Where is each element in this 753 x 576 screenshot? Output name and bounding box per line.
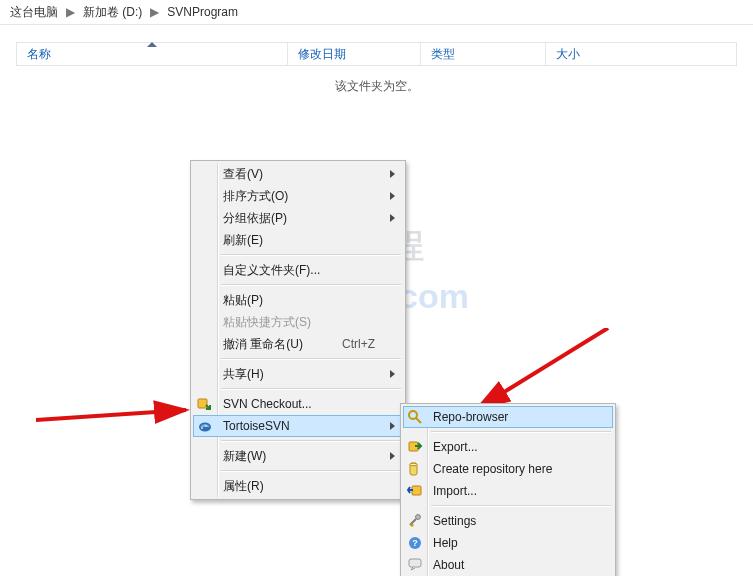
breadcrumb-item-drive[interactable]: 新加卷 (D:) — [77, 4, 148, 21]
svg-line-1 — [478, 328, 608, 408]
column-header-label: 大小 — [556, 46, 580, 63]
submenu-item-about[interactable]: About — [403, 554, 613, 576]
svg-rect-2 — [198, 399, 207, 408]
svg-point-5 — [205, 425, 207, 427]
chevron-right-icon — [390, 422, 395, 430]
menu-label: TortoiseSVN — [223, 419, 290, 433]
column-header-label: 类型 — [431, 46, 455, 63]
menu-label: 自定义文件夹(F)... — [223, 262, 320, 279]
menu-label: 新建(W) — [223, 448, 266, 465]
menu-item-refresh[interactable]: 刷新(E) — [193, 229, 403, 251]
svg-rect-11 — [412, 486, 421, 495]
submenu-item-repo-browser[interactable]: Repo-browser — [403, 406, 613, 428]
menu-label: About — [433, 558, 464, 572]
menu-label: 撤消 重命名(U) — [223, 336, 303, 353]
menu-label: 查看(V) — [223, 166, 263, 183]
create-repo-icon — [407, 461, 423, 477]
chevron-right-icon: ▶ — [64, 5, 77, 19]
breadcrumb-item-pc[interactable]: 这台电脑 — [4, 4, 64, 21]
menu-item-undo[interactable]: 撤消 重命名(U)Ctrl+Z — [193, 333, 403, 355]
submenu-item-import[interactable]: Import... — [403, 480, 613, 502]
chevron-right-icon — [390, 370, 395, 378]
submenu-item-help[interactable]: ? Help — [403, 532, 613, 554]
submenu-item-export[interactable]: Export... — [403, 436, 613, 458]
menu-item-paste[interactable]: 粘贴(P) — [193, 289, 403, 311]
column-header-label: 修改日期 — [298, 46, 346, 63]
help-icon: ? — [407, 535, 423, 551]
empty-folder-message: 该文件夹为空。 — [0, 78, 753, 95]
menu-label: Create repository here — [433, 462, 552, 476]
column-header-size[interactable]: 大小 — [546, 43, 736, 65]
menu-item-group[interactable]: 分组依据(P) — [193, 207, 403, 229]
chevron-right-icon: ▶ — [148, 5, 161, 19]
svn-checkout-icon — [197, 396, 213, 412]
svg-point-6 — [409, 411, 417, 419]
menu-item-properties[interactable]: 属性(R) — [193, 475, 403, 497]
sort-caret-icon — [147, 42, 157, 47]
menu-label: Settings — [433, 514, 476, 528]
export-icon — [407, 439, 423, 455]
settings-icon — [407, 513, 423, 529]
svg-point-10 — [410, 463, 417, 466]
column-header-name[interactable]: 名称 — [17, 43, 288, 65]
chevron-right-icon — [390, 452, 395, 460]
svg-rect-15 — [409, 559, 421, 567]
annotation-arrow-left — [36, 370, 196, 430]
menu-item-new[interactable]: 新建(W) — [193, 445, 403, 467]
svg-point-12 — [416, 515, 421, 520]
menu-label: SVN Checkout... — [223, 397, 312, 411]
column-header-type[interactable]: 类型 — [421, 43, 546, 65]
chevron-right-icon — [390, 214, 395, 222]
menu-label: Repo-browser — [433, 410, 508, 424]
about-icon — [407, 557, 423, 573]
menu-label: 共享(H) — [223, 366, 264, 383]
menu-item-customize[interactable]: 自定义文件夹(F)... — [193, 259, 403, 281]
column-headers: 名称 修改日期 类型 大小 — [16, 42, 737, 66]
menu-label: 刷新(E) — [223, 232, 263, 249]
menu-item-sort[interactable]: 排序方式(O) — [193, 185, 403, 207]
import-icon — [407, 483, 423, 499]
chevron-right-icon — [390, 192, 395, 200]
menu-label: 排序方式(O) — [223, 188, 288, 205]
menu-label: Import... — [433, 484, 477, 498]
svg-line-7 — [416, 418, 421, 423]
column-header-date[interactable]: 修改日期 — [288, 43, 421, 65]
context-menu: 查看(V) 排序方式(O) 分组依据(P) 刷新(E) 自定义文件夹(F)...… — [190, 160, 406, 500]
svg-line-0 — [36, 410, 186, 420]
svg-point-4 — [201, 427, 203, 429]
menu-label: Help — [433, 536, 458, 550]
menu-item-share[interactable]: 共享(H) — [193, 363, 403, 385]
menu-item-paste-shortcut: 粘贴快捷方式(S) — [193, 311, 403, 333]
menu-hotkey: Ctrl+Z — [342, 337, 375, 351]
menu-item-tortoisesvn[interactable]: TortoiseSVN — [193, 415, 403, 437]
menu-label: 属性(R) — [223, 478, 264, 495]
menu-label: Export... — [433, 440, 478, 454]
breadcrumb[interactable]: 这台电脑 ▶ 新加卷 (D:) ▶ SVNProgram — [0, 0, 753, 25]
submenu-item-settings[interactable]: Settings — [403, 510, 613, 532]
submenu-item-create-repo[interactable]: Create repository here — [403, 458, 613, 480]
repo-browser-icon — [407, 409, 423, 425]
svg-text:?: ? — [412, 538, 418, 548]
menu-label: 粘贴快捷方式(S) — [223, 314, 311, 331]
menu-item-view[interactable]: 查看(V) — [193, 163, 403, 185]
column-header-label: 名称 — [27, 46, 51, 63]
chevron-right-icon — [390, 170, 395, 178]
menu-label: 分组依据(P) — [223, 210, 287, 227]
menu-item-svn-checkout[interactable]: SVN Checkout... — [193, 393, 403, 415]
menu-label: 粘贴(P) — [223, 292, 263, 309]
breadcrumb-item-folder[interactable]: SVNProgram — [161, 5, 244, 19]
tortoisesvn-icon — [197, 418, 213, 434]
tortoisesvn-submenu: Repo-browser Export... Create repository… — [400, 403, 616, 576]
